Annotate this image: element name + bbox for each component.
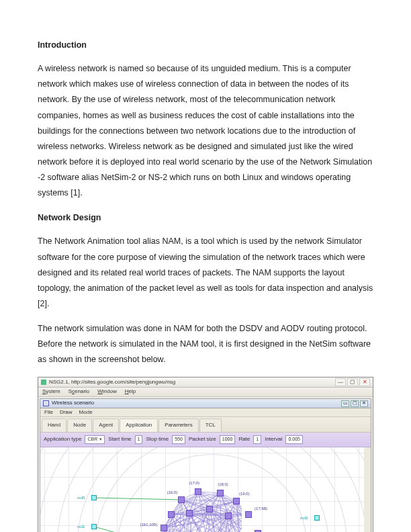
intro-body: A wireless network is named so because o… xyxy=(38,61,373,201)
node-label: (16;0) xyxy=(167,489,178,496)
anchor-label: nul2 xyxy=(300,515,308,522)
subwindow-min-button[interactable]: ▭ xyxy=(341,400,349,407)
label-interval: Interval xyxy=(265,435,282,445)
svg-line-222 xyxy=(94,498,181,500)
anchor-node[interactable]: nul0 xyxy=(91,495,97,500)
menu-scenario[interactable]: Scenario xyxy=(68,387,90,397)
subwindow-max-button[interactable]: ▢ xyxy=(351,400,359,407)
app-title: NSG2.1, http://sites.google.com/site/pen… xyxy=(49,378,175,388)
node-label: (161;100) xyxy=(140,521,158,529)
vertical-scrollbar[interactable] xyxy=(364,450,370,525)
design-p1: The Network Animation tool alias NAM, is… xyxy=(38,234,373,312)
param-row: Application type CBR▾ Start time 1 Stop … xyxy=(40,433,371,447)
tab-application[interactable]: Application xyxy=(120,418,158,432)
app-titlebar: NSG2.1, http://sites.google.com/site/pen… xyxy=(38,378,373,388)
label-packet-size: Packet size xyxy=(189,435,216,445)
window-close-button[interactable]: ✕ xyxy=(359,378,370,386)
menu-mode[interactable]: Mode xyxy=(79,408,93,418)
tab-node[interactable]: Node xyxy=(67,418,92,432)
menu-draw[interactable]: Draw xyxy=(60,408,73,418)
tab-hand[interactable]: Hand xyxy=(42,418,66,432)
tool-tabs: Hand Node Agent Application Parameters T… xyxy=(40,417,371,433)
label-stop-time: Stop time xyxy=(146,435,169,445)
menu-system[interactable]: SSystemystem xyxy=(42,387,60,397)
scenario-subwindow: Wireless scenario ▭ ▢ ✕ File Draw Mode H… xyxy=(40,398,371,532)
design-p2: The network simulation was done in NAM f… xyxy=(38,321,373,367)
anchor-node[interactable]: nul2 xyxy=(314,515,320,521)
window-maximize-button[interactable]: ▢ xyxy=(347,378,358,386)
intro-heading: Introduction xyxy=(38,38,373,53)
window-minimize-button[interactable]: — xyxy=(335,378,346,386)
network-node[interactable] xyxy=(225,513,232,519)
design-heading: Network Design xyxy=(38,210,373,226)
label-rate: Rate xyxy=(238,435,250,445)
chevron-down-icon: ▾ xyxy=(99,435,102,444)
input-rate[interactable]: 1 xyxy=(253,435,261,444)
anchor-label: nul0 xyxy=(77,494,85,502)
tab-parameters[interactable]: Parameters xyxy=(158,418,198,432)
input-packet-size[interactable]: 1000 xyxy=(220,435,236,444)
node-label: (17;0) xyxy=(189,480,199,488)
menu-file[interactable]: File xyxy=(44,408,53,418)
label-app-type: Application type xyxy=(44,435,81,445)
network-node[interactable] xyxy=(217,490,224,496)
input-stop-time[interactable]: 550 xyxy=(172,435,185,444)
menu-help[interactable]: Help xyxy=(125,387,136,397)
tab-tcl[interactable]: TCL xyxy=(199,418,222,432)
input-interval[interactable]: 0.005 xyxy=(285,435,303,444)
network-edges xyxy=(40,447,242,532)
network-node[interactable] xyxy=(245,511,252,518)
scenario-menubar: File Draw Mode xyxy=(40,408,371,417)
node-label: (19;0) xyxy=(239,490,250,498)
app-menubar: SSystemystem Scenario Window Help xyxy=(38,388,373,397)
app-icon xyxy=(41,380,46,385)
simulator-window: NSG2.1, http://sites.google.com/site/pen… xyxy=(38,377,373,532)
menu-window[interactable]: Window xyxy=(97,387,116,397)
combo-app-type[interactable]: CBR▾ xyxy=(85,435,105,444)
subwindow-close-button[interactable]: ✕ xyxy=(360,400,368,407)
topology-canvas[interactable]: (17;0)(18;0)(16;0)(19;0)(17;68)(161;100)… xyxy=(40,447,371,532)
subwindow-icon xyxy=(43,400,49,406)
network-node[interactable] xyxy=(168,511,175,518)
network-node[interactable] xyxy=(178,496,185,503)
network-node[interactable] xyxy=(233,498,240,504)
node-label: (18;0) xyxy=(218,482,228,489)
node-label: (17;68) xyxy=(255,506,267,513)
network-node[interactable] xyxy=(161,525,167,531)
anchor-label: nul1 xyxy=(77,523,85,531)
label-start-time: Start time xyxy=(108,435,131,445)
input-start-time[interactable]: 1 xyxy=(135,435,143,444)
anchor-node[interactable]: nul1 xyxy=(91,524,97,529)
network-node[interactable] xyxy=(186,510,193,517)
network-node[interactable] xyxy=(206,506,213,513)
tab-agent[interactable]: Agent xyxy=(93,418,119,432)
network-node[interactable] xyxy=(195,488,201,495)
